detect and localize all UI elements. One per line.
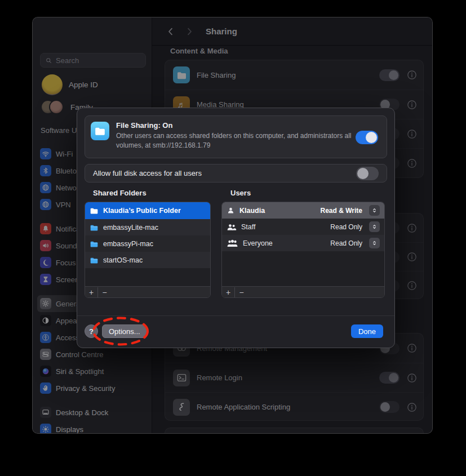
folder-icon xyxy=(90,223,99,232)
dialog-title: File Sharing: On xyxy=(116,121,172,130)
shared-folder-row[interactable]: startOS-mac xyxy=(85,252,210,268)
file-sharing-dialog: File Sharing: On Other users can access … xyxy=(77,108,395,348)
file-sharing-status-box: File Sharing: On Other users can access … xyxy=(85,115,387,158)
file-sharing-folder-icon xyxy=(91,122,109,140)
folder-icon xyxy=(90,256,99,265)
remove-user-button[interactable]: − xyxy=(235,287,248,297)
shared-folders-heading: Shared Folders xyxy=(93,189,147,197)
permission-stepper[interactable] xyxy=(369,205,380,216)
user-row-selected[interactable]: Klaudia Read & Write xyxy=(222,202,384,219)
permission-value: Read & Write xyxy=(321,207,362,215)
folder-name: Klaudia’s Public Folder xyxy=(103,207,181,215)
shared-folders-list: Klaudia’s Public Folder embassyLite-mac … xyxy=(85,202,211,298)
full-disk-access-toggle[interactable] xyxy=(356,167,379,180)
full-disk-access-box: Allow full disk access for all users xyxy=(85,164,387,183)
full-disk-access-label: Allow full disk access for all users xyxy=(93,169,350,177)
screenshot-root: Search Apple ID Family Software Update A… xyxy=(0,0,466,476)
user-name: Everyone xyxy=(243,239,326,247)
person-icon xyxy=(227,206,235,215)
permission-value: Read Only xyxy=(330,239,362,247)
dialog-description: Other users can access shared folders on… xyxy=(116,131,361,151)
folder-icon xyxy=(90,239,99,248)
user-row[interactable]: Staff Read Only xyxy=(222,219,384,235)
permission-value: Read Only xyxy=(330,223,362,231)
dialog-footer: ? Options... Done xyxy=(77,315,394,348)
options-button[interactable]: Options... xyxy=(102,324,147,338)
add-folder-button[interactable]: + xyxy=(85,287,98,297)
shared-folder-row[interactable]: embassyPi-mac xyxy=(85,235,210,252)
two-people-icon xyxy=(227,222,237,232)
system-settings-window: Search Apple ID Family Software Update A… xyxy=(32,17,433,434)
user-row[interactable]: Everyone Read Only xyxy=(222,235,384,251)
add-user-button[interactable]: + xyxy=(222,287,235,297)
users-list: Klaudia Read & Write Staff Read Only Eve… xyxy=(221,202,385,298)
shared-folder-row-selected[interactable]: Klaudia’s Public Folder xyxy=(85,202,210,219)
users-heading: Users xyxy=(230,189,251,197)
folder-name: embassyLite-mac xyxy=(103,224,158,232)
file-sharing-toggle[interactable] xyxy=(356,131,378,144)
remove-folder-button[interactable]: − xyxy=(98,287,111,297)
folder-icon xyxy=(90,206,99,215)
done-button[interactable]: Done xyxy=(351,324,383,338)
three-people-icon xyxy=(227,237,238,249)
folder-name: embassyPi-mac xyxy=(103,240,153,248)
folder-name: startOS-mac xyxy=(103,256,143,264)
user-name: Staff xyxy=(241,223,326,231)
folders-list-toolbar: + − xyxy=(85,286,210,297)
help-button[interactable]: ? xyxy=(85,324,98,338)
permission-stepper[interactable] xyxy=(369,221,380,232)
users-list-toolbar: + − xyxy=(222,286,384,297)
permission-stepper[interactable] xyxy=(369,238,380,248)
shared-folder-row[interactable]: embassyLite-mac xyxy=(85,219,210,235)
user-name: Klaudia xyxy=(239,207,316,215)
